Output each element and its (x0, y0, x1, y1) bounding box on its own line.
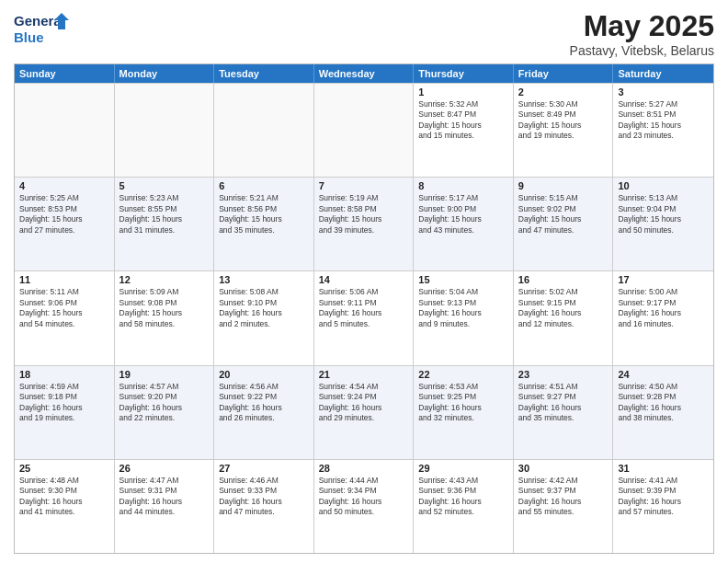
cell-info: Sunrise: 5:25 AM Sunset: 8:53 PM Dayligh… (19, 193, 109, 236)
calendar-cell: 19Sunrise: 4:57 AM Sunset: 9:20 PM Dayli… (115, 366, 215, 459)
calendar-row: 18Sunrise: 4:59 AM Sunset: 9:18 PM Dayli… (15, 365, 713, 459)
day-number: 31 (618, 463, 709, 474)
day-number: 5 (119, 180, 210, 191)
cell-info: Sunrise: 5:15 AM Sunset: 9:02 PM Dayligh… (518, 193, 609, 236)
calendar-cell: 1Sunrise: 5:32 AM Sunset: 8:47 PM Daylig… (414, 84, 514, 177)
day-number: 24 (618, 369, 709, 380)
calendar-cell: 2Sunrise: 5:30 AM Sunset: 8:49 PM Daylig… (514, 84, 614, 177)
day-number: 9 (518, 180, 609, 191)
calendar-cell: 10Sunrise: 5:13 AM Sunset: 9:04 PM Dayli… (613, 178, 713, 270)
cell-info: Sunrise: 5:09 AM Sunset: 9:08 PM Dayligh… (119, 287, 210, 329)
day-number: 29 (418, 463, 508, 474)
calendar-row: 25Sunrise: 4:48 AM Sunset: 9:30 PM Dayli… (15, 459, 713, 553)
calendar-cell (15, 84, 115, 177)
day-number: 6 (219, 180, 309, 191)
cell-info: Sunrise: 5:13 AM Sunset: 9:04 PM Dayligh… (618, 193, 709, 236)
cell-info: Sunrise: 5:11 AM Sunset: 9:06 PM Dayligh… (19, 287, 109, 329)
main-title: May 2025 (570, 9, 714, 43)
logo: General Blue (14, 9, 69, 48)
calendar-cell: 12Sunrise: 5:09 AM Sunset: 9:08 PM Dayli… (115, 271, 215, 364)
calendar-cell: 14Sunrise: 5:06 AM Sunset: 9:11 PM Dayli… (314, 271, 415, 364)
day-number: 28 (319, 463, 409, 474)
day-number: 16 (518, 274, 609, 285)
day-number: 10 (618, 180, 709, 191)
calendar-cell: 23Sunrise: 4:51 AM Sunset: 9:27 PM Dayli… (514, 366, 614, 459)
weekday-header: Sunday (15, 64, 115, 83)
day-number: 13 (219, 274, 309, 285)
day-number: 30 (518, 463, 609, 474)
calendar: SundayMondayTuesdayWednesdayThursdayFrid… (14, 63, 714, 554)
cell-info: Sunrise: 5:27 AM Sunset: 8:51 PM Dayligh… (618, 99, 709, 142)
cell-info: Sunrise: 5:06 AM Sunset: 9:11 PM Dayligh… (319, 287, 409, 329)
day-number: 14 (319, 274, 409, 285)
calendar-row: 4Sunrise: 5:25 AM Sunset: 8:53 PM Daylig… (15, 177, 713, 270)
calendar-cell: 6Sunrise: 5:21 AM Sunset: 8:56 PM Daylig… (214, 178, 314, 270)
calendar-cell (115, 84, 215, 177)
day-number: 25 (19, 463, 109, 474)
calendar-cell: 26Sunrise: 4:47 AM Sunset: 9:31 PM Dayli… (115, 460, 215, 553)
day-number: 3 (618, 86, 709, 98)
calendar-cell: 25Sunrise: 4:48 AM Sunset: 9:30 PM Dayli… (15, 460, 115, 553)
weekday-header: Thursday (414, 64, 514, 83)
calendar-cell: 30Sunrise: 4:42 AM Sunset: 9:37 PM Dayli… (514, 460, 614, 553)
calendar-cell: 20Sunrise: 4:56 AM Sunset: 9:22 PM Dayli… (214, 366, 314, 459)
calendar-cell: 29Sunrise: 4:43 AM Sunset: 9:36 PM Dayli… (414, 460, 514, 553)
cell-info: Sunrise: 4:50 AM Sunset: 9:28 PM Dayligh… (618, 382, 709, 424)
cell-info: Sunrise: 5:00 AM Sunset: 9:17 PM Dayligh… (618, 287, 709, 329)
calendar-row: 1Sunrise: 5:32 AM Sunset: 8:47 PM Daylig… (15, 83, 713, 177)
day-number: 26 (119, 463, 210, 474)
subtitle: Pastavy, Vitebsk, Belarus (570, 43, 714, 58)
calendar-cell: 17Sunrise: 5:00 AM Sunset: 9:17 PM Dayli… (613, 271, 713, 364)
cell-info: Sunrise: 4:54 AM Sunset: 9:24 PM Dayligh… (319, 382, 409, 424)
cell-info: Sunrise: 4:47 AM Sunset: 9:31 PM Dayligh… (119, 476, 210, 518)
calendar-cell: 15Sunrise: 5:04 AM Sunset: 9:13 PM Dayli… (414, 271, 514, 364)
calendar-cell: 24Sunrise: 4:50 AM Sunset: 9:28 PM Dayli… (613, 366, 713, 459)
cell-info: Sunrise: 4:59 AM Sunset: 9:18 PM Dayligh… (19, 382, 109, 424)
day-number: 27 (219, 463, 309, 474)
calendar-cell: 4Sunrise: 5:25 AM Sunset: 8:53 PM Daylig… (15, 178, 115, 270)
calendar-header: SundayMondayTuesdayWednesdayThursdayFrid… (15, 64, 713, 83)
cell-info: Sunrise: 5:08 AM Sunset: 9:10 PM Dayligh… (219, 287, 309, 329)
cell-info: Sunrise: 4:51 AM Sunset: 9:27 PM Dayligh… (518, 382, 609, 424)
calendar-body: 1Sunrise: 5:32 AM Sunset: 8:47 PM Daylig… (15, 83, 713, 553)
day-number: 20 (219, 369, 309, 380)
cell-info: Sunrise: 5:21 AM Sunset: 8:56 PM Dayligh… (219, 193, 309, 236)
calendar-cell: 9Sunrise: 5:15 AM Sunset: 9:02 PM Daylig… (514, 178, 614, 270)
calendar-cell: 3Sunrise: 5:27 AM Sunset: 8:51 PM Daylig… (613, 84, 713, 177)
calendar-cell: 8Sunrise: 5:17 AM Sunset: 9:00 PM Daylig… (414, 178, 514, 270)
cell-info: Sunrise: 4:48 AM Sunset: 9:30 PM Dayligh… (19, 476, 109, 518)
day-number: 11 (19, 274, 109, 285)
cell-info: Sunrise: 5:02 AM Sunset: 9:15 PM Dayligh… (518, 287, 609, 329)
svg-text:General: General (14, 13, 65, 29)
cell-info: Sunrise: 4:41 AM Sunset: 9:39 PM Dayligh… (618, 476, 709, 518)
calendar-cell: 13Sunrise: 5:08 AM Sunset: 9:10 PM Dayli… (214, 271, 314, 364)
day-number: 18 (19, 369, 109, 380)
day-number: 1 (418, 86, 508, 98)
calendar-cell: 16Sunrise: 5:02 AM Sunset: 9:15 PM Dayli… (514, 271, 614, 364)
page: General Blue May 2025 Pastavy, Vitebsk, … (0, 0, 728, 563)
weekday-header: Friday (514, 64, 614, 83)
calendar-cell: 31Sunrise: 4:41 AM Sunset: 9:39 PM Dayli… (613, 460, 713, 553)
weekday-header: Monday (115, 64, 215, 83)
logo-icon: General Blue (14, 9, 69, 48)
calendar-cell: 11Sunrise: 5:11 AM Sunset: 9:06 PM Dayli… (15, 271, 115, 364)
calendar-cell: 27Sunrise: 4:46 AM Sunset: 9:33 PM Dayli… (214, 460, 314, 553)
day-number: 4 (19, 180, 109, 191)
weekday-header: Saturday (613, 64, 713, 83)
header: General Blue May 2025 Pastavy, Vitebsk, … (14, 9, 714, 58)
cell-info: Sunrise: 5:04 AM Sunset: 9:13 PM Dayligh… (418, 287, 508, 329)
day-number: 8 (418, 180, 508, 191)
cell-info: Sunrise: 5:30 AM Sunset: 8:49 PM Dayligh… (518, 99, 609, 142)
day-number: 15 (418, 274, 508, 285)
cell-info: Sunrise: 4:57 AM Sunset: 9:20 PM Dayligh… (119, 382, 210, 424)
day-number: 19 (119, 369, 210, 380)
weekday-header: Tuesday (214, 64, 314, 83)
day-number: 17 (618, 274, 709, 285)
day-number: 12 (119, 274, 210, 285)
calendar-cell (214, 84, 314, 177)
cell-info: Sunrise: 5:17 AM Sunset: 9:00 PM Dayligh… (418, 193, 508, 236)
calendar-cell: 7Sunrise: 5:19 AM Sunset: 8:58 PM Daylig… (314, 178, 415, 270)
svg-text:Blue: Blue (14, 29, 44, 45)
weekday-header: Wednesday (314, 64, 415, 83)
cell-info: Sunrise: 5:23 AM Sunset: 8:55 PM Dayligh… (119, 193, 210, 236)
